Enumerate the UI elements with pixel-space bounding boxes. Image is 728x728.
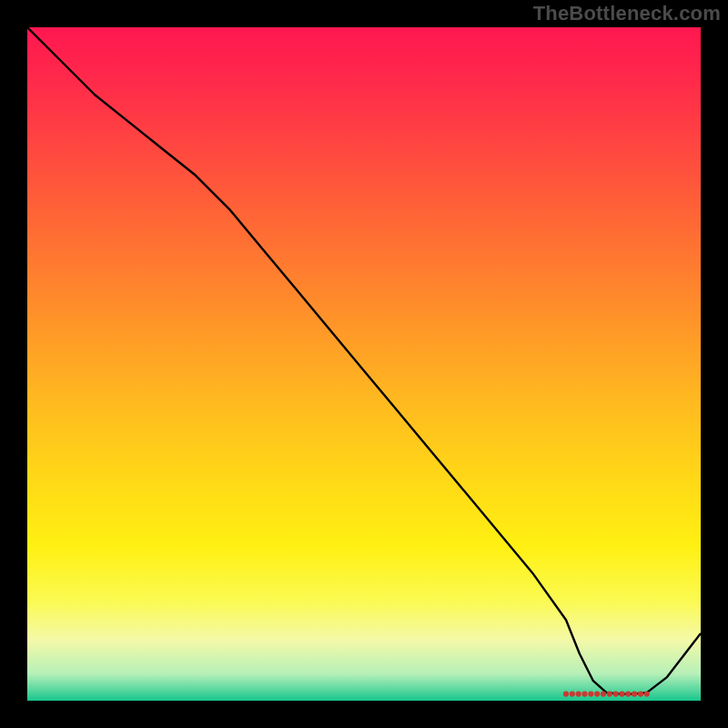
svg-point-4 — [588, 692, 593, 697]
svg-point-6 — [601, 692, 606, 697]
svg-point-3 — [581, 692, 587, 697]
svg-point-5 — [594, 692, 600, 697]
svg-point-12 — [638, 692, 643, 697]
svg-point-7 — [607, 692, 612, 697]
svg-point-0 — [563, 692, 569, 697]
optimal-region-dots — [27, 27, 701, 701]
svg-point-2 — [576, 692, 581, 697]
svg-point-10 — [625, 692, 631, 697]
plot-area — [27, 27, 701, 701]
svg-point-13 — [644, 692, 650, 697]
svg-point-8 — [613, 692, 619, 697]
svg-point-1 — [570, 692, 575, 697]
svg-point-9 — [619, 692, 624, 697]
watermark-text: TheBottleneck.com — [533, 2, 721, 25]
chart-frame: TheBottleneck.com — [0, 0, 728, 728]
svg-point-11 — [632, 692, 637, 697]
